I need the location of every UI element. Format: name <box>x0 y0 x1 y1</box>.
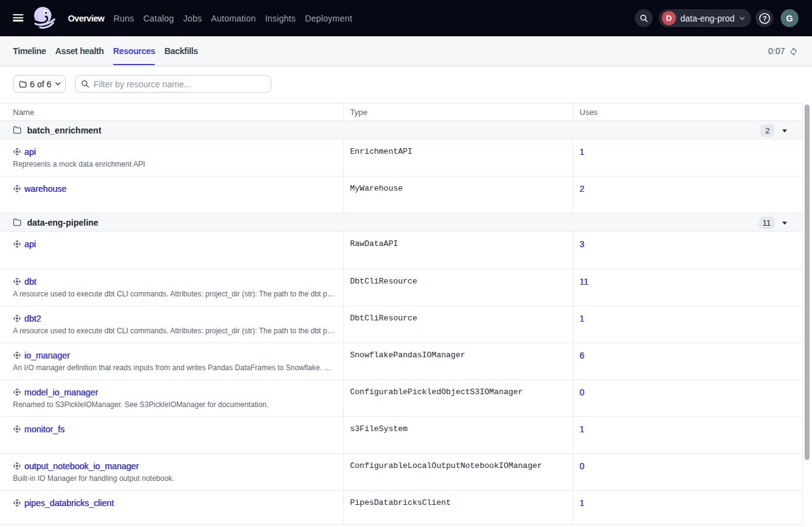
svg-text:?: ? <box>762 15 766 22</box>
